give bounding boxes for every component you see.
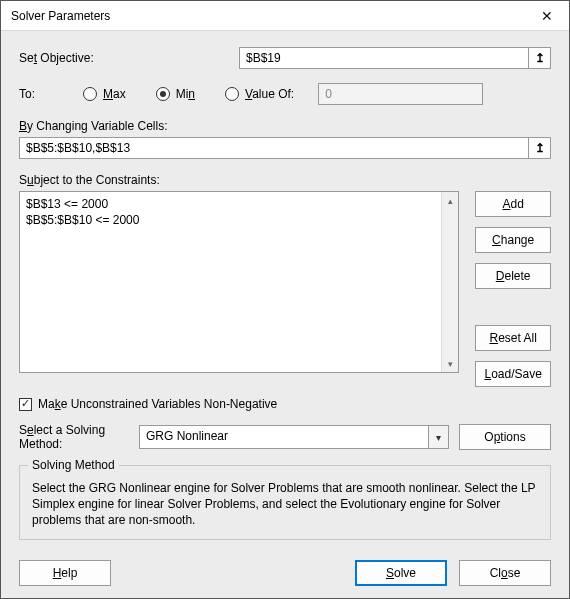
objective-label: Set Objective: (19, 51, 239, 65)
solve-button[interactable]: Solve (355, 560, 447, 586)
nonneg-row[interactable]: Make Unconstrained Variables Non-Negativ… (19, 397, 551, 411)
constraints-label: Subject to the Constraints: (19, 173, 551, 187)
chevron-down-icon[interactable]: ▾ (428, 426, 448, 448)
to-radiogroup: Max Min Value Of: (83, 87, 294, 101)
changing-ref-button[interactable]: ↥ (529, 137, 551, 159)
constraints-listbox[interactable]: $B$13 <= 2000 $B$5:$B$10 <= 2000 ▴ ▾ (19, 191, 459, 373)
radio-valueof[interactable]: Value Of: (225, 87, 294, 101)
list-item[interactable]: $B$13 <= 2000 (26, 196, 452, 212)
collapse-icon: ↥ (535, 141, 545, 155)
dialog-body: Set Objective: ↥ To: Max Min Value Of: (1, 31, 569, 598)
constraints-area: $B$13 <= 2000 $B$5:$B$10 <= 2000 ▴ ▾ Add… (19, 191, 551, 387)
add-button[interactable]: Add (475, 191, 551, 217)
nonneg-label: Make Unconstrained Variables Non-Negativ… (38, 397, 277, 411)
objective-input[interactable] (239, 47, 529, 69)
objective-row: Set Objective: ↥ (19, 47, 551, 69)
method-row: Select a Solving Method: GRG Nonlinear ▾… (19, 423, 551, 451)
reset-all-button[interactable]: Reset All (475, 325, 551, 351)
method-selected: GRG Nonlinear (140, 426, 428, 448)
change-button[interactable]: Change (475, 227, 551, 253)
scroll-down-icon[interactable]: ▾ (442, 355, 458, 372)
solving-method-info: Solving Method Select the GRG Nonlinear … (19, 465, 551, 540)
constraint-buttons: Add Change Delete Reset All Load/Save (475, 191, 551, 387)
radio-max-input[interactable] (83, 87, 97, 101)
titlebar: Solver Parameters ✕ (1, 1, 569, 31)
info-legend: Solving Method (28, 458, 119, 472)
listbox-scrollbar[interactable]: ▴ ▾ (441, 192, 458, 372)
radio-min[interactable]: Min (156, 87, 195, 101)
changing-input[interactable] (19, 137, 529, 159)
to-row: To: Max Min Value Of: (19, 83, 551, 105)
options-button[interactable]: Options (459, 424, 551, 450)
radio-min-input[interactable] (156, 87, 170, 101)
scroll-up-icon[interactable]: ▴ (442, 192, 458, 209)
nonneg-checkbox[interactable] (19, 398, 32, 411)
method-select[interactable]: GRG Nonlinear ▾ (139, 425, 449, 449)
radio-valueof-input[interactable] (225, 87, 239, 101)
footer: Help Solve Close (19, 554, 551, 586)
close-button[interactable]: Close (459, 560, 551, 586)
collapse-icon: ↥ (535, 51, 545, 65)
load-save-button[interactable]: Load/Save (475, 361, 551, 387)
valueof-input (318, 83, 483, 105)
list-item[interactable]: $B$5:$B$10 <= 2000 (26, 212, 452, 228)
to-label: To: (19, 87, 59, 101)
objective-ref-button[interactable]: ↥ (529, 47, 551, 69)
help-button[interactable]: Help (19, 560, 111, 586)
changing-label: By Changing Variable Cells: (19, 119, 551, 133)
radio-max[interactable]: Max (83, 87, 126, 101)
window-title: Solver Parameters (11, 9, 110, 23)
info-text: Select the GRG Nonlinear engine for Solv… (32, 480, 538, 529)
delete-button[interactable]: Delete (475, 263, 551, 289)
close-icon[interactable]: ✕ (524, 1, 569, 31)
method-label: Select a Solving Method: (19, 423, 129, 451)
